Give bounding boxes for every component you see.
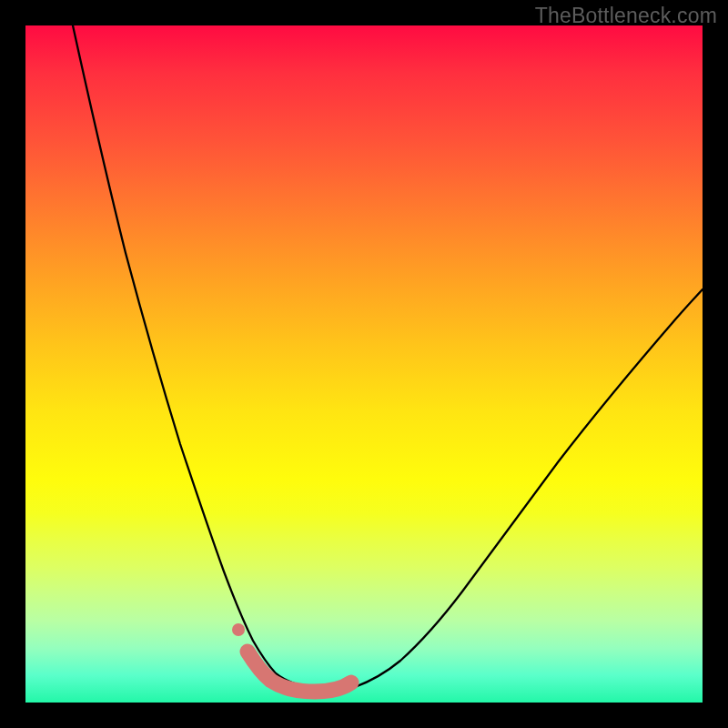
outlier-dot [232, 623, 245, 636]
plot-area [25, 25, 703, 703]
watermark-text: TheBottleneck.com [535, 4, 717, 28]
bottleneck-curve [73, 25, 703, 691]
curve-layer [25, 25, 703, 703]
